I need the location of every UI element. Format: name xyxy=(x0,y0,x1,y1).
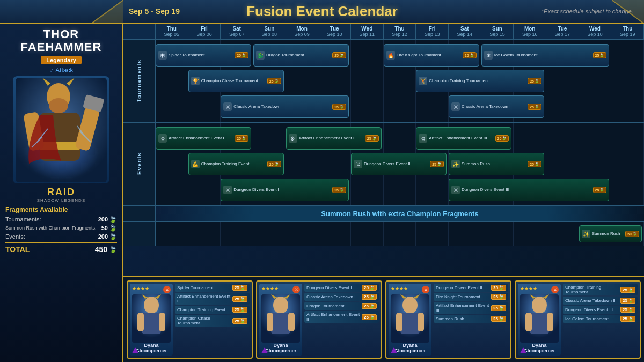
svg-rect-26 xyxy=(288,313,295,331)
col-header-Sep11: WedSep 11 xyxy=(351,24,384,39)
card-event-badge: 25 🍃 xyxy=(232,296,247,302)
col-header-Sep08: SunSep 08 xyxy=(253,24,286,39)
summon-rush-event-label xyxy=(123,222,156,246)
event-summon-rush: ✨ Summon Rush 25 🍃 xyxy=(449,153,544,175)
event-artifact-enhancement-event-i: ⚙ Artifact Enhancement Event I 25 🍃 xyxy=(156,127,251,150)
event-icon: ⚔ xyxy=(451,186,460,194)
svg-rect-40 xyxy=(547,313,553,331)
tournament-grid: 🕷 Spider Tournament 25 🍃 🐉 Dragon Tourna… xyxy=(156,40,644,122)
card-event-badge: 25 🍃 xyxy=(232,285,247,291)
right-content: ThuSep 05FriSep 06SatSep 07SunSep 08MonS… xyxy=(123,24,644,362)
event-icon: 🏋 xyxy=(419,77,427,85)
events-label-cell: Events xyxy=(123,123,156,205)
event-fire-knight-tournament: 🔥 Fire Knight Tournament 25 🍃 xyxy=(384,44,479,67)
card-event-badge: 25 🍃 xyxy=(620,298,635,304)
event-icon: ✨ xyxy=(451,160,460,168)
calendar-grid: Tournaments 🕷 Spider Tournament 25 🍃 🐉 D… xyxy=(123,40,644,276)
champion-card-2: ★★★★ ⚔ Dyana Gloompiercer xyxy=(256,280,382,359)
event-icon: ⚙ xyxy=(158,134,167,143)
tournaments-row: Tournaments 🕷 Spider Tournament 25 🍃 🐉 D… xyxy=(123,40,644,123)
event-badge: 25 🍃 xyxy=(235,52,248,58)
col-header-Sep07: SatSep 07 xyxy=(221,24,253,39)
col-header-Sep17: TueSep 17 xyxy=(546,24,579,39)
event-icon: 🔥 xyxy=(386,51,395,60)
event-badge: 25 🍃 xyxy=(528,104,541,110)
svg-rect-25 xyxy=(267,313,273,331)
event-name: Artifact Enhancement Event III xyxy=(429,136,493,141)
event-champion-training-event: 💪 Champion Training Event 25 🍃 xyxy=(188,153,284,175)
card-event-name: Classic Arena Takedown II xyxy=(565,298,620,303)
event-champion-chase-tournament: 🏆 Champion Chase Tournament 25 🍃 xyxy=(188,70,284,92)
col-header-Sep18: WedSep 18 xyxy=(579,24,612,39)
card-event-name: Artifact Enhancement Event I xyxy=(177,294,232,304)
event-name: Champion Training Event xyxy=(201,161,266,166)
card-champion-image: ★★★★ ⚔ Dyana Gloompiercer xyxy=(518,284,561,356)
summon-rush-banner-row: Summon Rush with extra Champion Fragment… xyxy=(123,206,644,222)
leaf-icon-2: 🍃 xyxy=(109,224,117,232)
events-value: 200 🍃 xyxy=(98,233,117,240)
card-event-name: Dragon Tournament xyxy=(306,304,362,308)
event-name: Artifact Enhancement Event II xyxy=(299,136,363,141)
event-badge: 25 🍃 xyxy=(267,161,281,167)
fragment-row-summon: Summon Rush with Champion Fragments: 50 … xyxy=(5,224,117,232)
event-ice-golem-tournament: ❄ Ice Golem Tournament 25 🍃 xyxy=(481,44,610,67)
champion-card-4: ★★★★ ⚔ Dyana Gloompiercer xyxy=(515,280,641,359)
card-element: ⚔ xyxy=(551,286,559,293)
stars-display: ★★★★ xyxy=(520,286,537,291)
champion-type: ♂ Attack xyxy=(49,67,73,74)
event-icon: ✨ xyxy=(582,230,590,238)
total-label: TOTAL xyxy=(5,245,30,254)
fragments-title: Fragments Available xyxy=(5,206,117,213)
events-label: Events: xyxy=(5,233,25,240)
card-event-name: Ice Golem Tournament xyxy=(565,316,620,321)
event-classic-arena-takedown-ii: ⚔ Classic Arena Takedown II 25 🍃 xyxy=(449,95,544,118)
card-event-name: Spider Tournament xyxy=(177,285,232,290)
summon-rush-label-cell xyxy=(123,206,156,221)
card-events-list: Spider Tournament 25 🍃 Artifact Enhancem… xyxy=(175,284,250,356)
col-header-Sep13: FriSep 13 xyxy=(416,24,449,39)
card-event-row: Dungeon Divers Event III 25 🍃 xyxy=(563,306,638,314)
event-dungeon-divers-event-i: ⚔ Dungeon Divers Event I 25 🍃 xyxy=(221,179,349,201)
event-name: Fire Knight Tournament xyxy=(397,53,461,57)
event-classic-arena-takedown-i: ⚔ Classic Arena Takedown I 25 🍃 xyxy=(221,95,349,118)
card-event-name: Fire Knight Tournament xyxy=(436,294,491,299)
event-spider-tournament: 🕷 Spider Tournament 25 🍃 xyxy=(156,44,251,67)
date-range: Sep 5 - Sep 19 xyxy=(129,7,180,16)
card-stars: ★★★★ xyxy=(520,286,537,291)
champion-name-line1: THOR xyxy=(43,28,79,41)
fragments-section: Fragments Available Tournaments: 200 🍃 S… xyxy=(5,206,117,254)
svg-rect-18 xyxy=(137,313,144,331)
event-name: Classic Arena Takedown I xyxy=(233,104,331,109)
total-row: TOTAL 450 🍃 xyxy=(5,242,117,254)
event-icon: 🕷 xyxy=(158,51,167,60)
card-event-row: Dungeon Divers Event II 25 🍃 xyxy=(434,284,508,292)
event-icon: 🐉 xyxy=(256,51,265,60)
card-event-badge: 25 🍃 xyxy=(491,305,506,311)
champion-rarity: Legendary xyxy=(41,56,82,64)
thor-art xyxy=(16,78,107,182)
event-dungeon-divers-event-iii: ⚔ Dungeon Divers Event III 25 🍃 xyxy=(449,179,609,201)
card-event-row: Champion Chase Tournament 25 🍃 xyxy=(175,315,250,327)
svg-rect-39 xyxy=(525,313,532,331)
svg-point-30 xyxy=(402,297,418,314)
card-element: ⚔ xyxy=(163,286,171,293)
card-event-row: Artifact Enhancement Event I 25 🍃 xyxy=(175,293,250,305)
event-badge: 25 🍃 xyxy=(463,52,477,58)
card-event-row: Dungeon Divers Event I 25 🍃 xyxy=(304,284,379,292)
card-event-name: Champion Chase Tournament xyxy=(177,316,232,326)
card-champion-art xyxy=(520,294,559,343)
champion-image xyxy=(13,76,109,183)
event-badge: 25 🍃 xyxy=(235,135,248,142)
event-artifact-enhancement-event-iii: ⚙ Artifact Enhancement Event III 25 🍃 xyxy=(416,127,511,150)
card-event-row: Dragon Tournament 25 🍃 xyxy=(304,302,379,310)
svg-rect-24 xyxy=(271,313,290,334)
summon-value: 50 🍃 xyxy=(101,224,117,232)
tournaments-value: 200 🍃 xyxy=(98,216,117,223)
right-corner-decoration xyxy=(612,0,644,24)
event-icon: ⚔ xyxy=(354,160,362,168)
raid-logo-text: RAID xyxy=(37,187,85,198)
svg-point-16 xyxy=(144,297,159,314)
event-badge: 25 🍃 xyxy=(495,135,509,142)
event-badge: 25 🍃 xyxy=(365,135,379,142)
summon-rush-text-cell: Summon Rush with extra Champion Fragment… xyxy=(156,206,644,221)
